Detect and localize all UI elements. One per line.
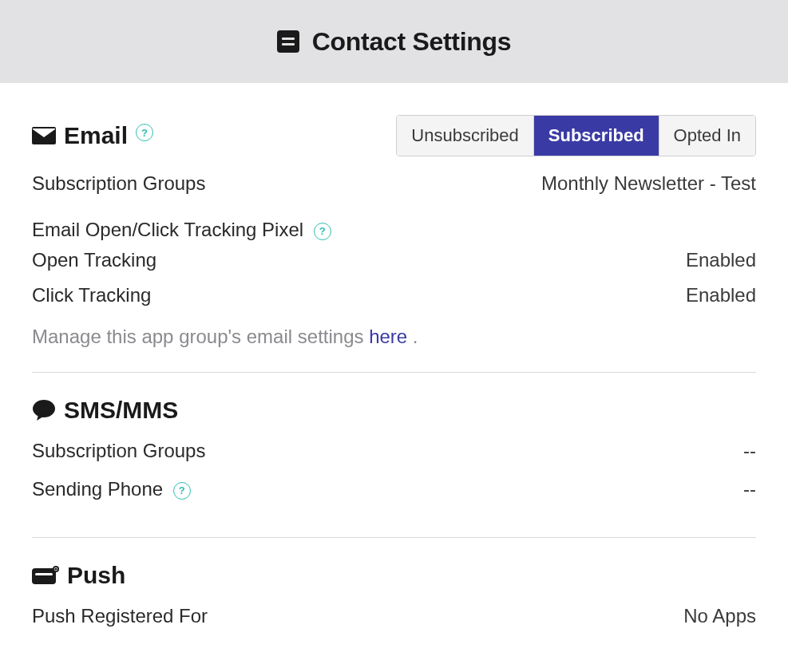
push-registered-row: Push Registered For No Apps (32, 605, 756, 627)
email-title-wrap: Email ? (32, 122, 153, 149)
sending-phone-label: Sending Phone (32, 478, 163, 500)
open-tracking-value: Enabled (686, 249, 756, 271)
manage-suffix: . (407, 326, 418, 347)
click-tracking-value: Enabled (686, 284, 756, 306)
toggle-unsubscribed[interactable]: Unsubscribed (397, 116, 533, 156)
open-tracking-label: Open Tracking (32, 249, 156, 271)
push-section-title: Push (67, 562, 125, 589)
push-section: Push Push Registered For No Apps (32, 562, 756, 664)
email-help-icon[interactable]: ? (136, 124, 153, 141)
email-subscription-toggle: Unsubscribed Subscribed Opted In (396, 115, 756, 156)
contact-settings-icon (277, 30, 299, 53)
click-tracking-label: Click Tracking (32, 284, 151, 306)
sending-phone-row: Sending Phone ? -- (32, 478, 756, 500)
toggle-subscribed[interactable]: Subscribed (533, 116, 659, 156)
push-registered-label: Push Registered For (32, 605, 208, 627)
svg-rect-2 (35, 573, 53, 575)
sms-section-title: SMS/MMS (64, 397, 178, 424)
email-subscription-groups-label: Subscription Groups (32, 172, 205, 195)
envelope-icon (32, 127, 56, 144)
manage-email-settings-text: Manage this app group's email settings h… (32, 326, 756, 348)
push-registered-value: No Apps (683, 605, 756, 627)
email-section-head: Email ? Unsubscribed Subscribed Opted In (32, 115, 756, 156)
sms-section-head: SMS/MMS (32, 397, 756, 424)
tracking-pixel-heading: Email Open/Click Tracking Pixel ? (32, 219, 756, 241)
manage-email-settings-link[interactable]: here (369, 326, 407, 347)
push-card-icon (32, 566, 59, 585)
sms-subscription-groups-row: Subscription Groups -- (32, 440, 756, 462)
header-bar: Contact Settings (0, 0, 788, 83)
sms-subscription-groups-label: Subscription Groups (32, 440, 205, 462)
email-subscription-groups-row: Subscription Groups Monthly Newsletter -… (32, 172, 756, 195)
push-title-wrap: Push (32, 562, 125, 589)
sending-phone-label-wrap: Sending Phone ? (32, 478, 191, 500)
sms-subscription-groups-value: -- (743, 440, 756, 462)
sending-phone-help-icon[interactable]: ? (173, 482, 191, 500)
svg-rect-1 (32, 568, 56, 584)
email-section: Email ? Unsubscribed Subscribed Opted In… (32, 115, 756, 372)
email-section-title: Email (64, 122, 128, 149)
page-title: Contact Settings (312, 27, 511, 57)
open-tracking-row: Open Tracking Enabled (32, 249, 756, 271)
svg-point-5 (54, 567, 57, 570)
section-divider (32, 537, 756, 538)
manage-prefix: Manage this app group's email settings (32, 326, 369, 347)
chat-bubble-icon (32, 399, 56, 421)
content-area: Email ? Unsubscribed Subscribed Opted In… (0, 115, 788, 664)
click-tracking-row: Click Tracking Enabled (32, 284, 756, 306)
section-divider (32, 372, 756, 373)
tracking-pixel-label: Email Open/Click Tracking Pixel (32, 219, 303, 240)
email-subscription-groups-value: Monthly Newsletter - Test (541, 172, 756, 195)
sms-section: SMS/MMS Subscription Groups -- Sending P… (32, 397, 756, 537)
tracking-pixel-help-icon[interactable]: ? (314, 223, 331, 240)
sms-title-wrap: SMS/MMS (32, 397, 178, 424)
push-section-head: Push (32, 562, 756, 589)
toggle-opted-in[interactable]: Opted In (659, 116, 755, 156)
sending-phone-value: -- (743, 478, 756, 500)
svg-point-0 (33, 400, 55, 417)
